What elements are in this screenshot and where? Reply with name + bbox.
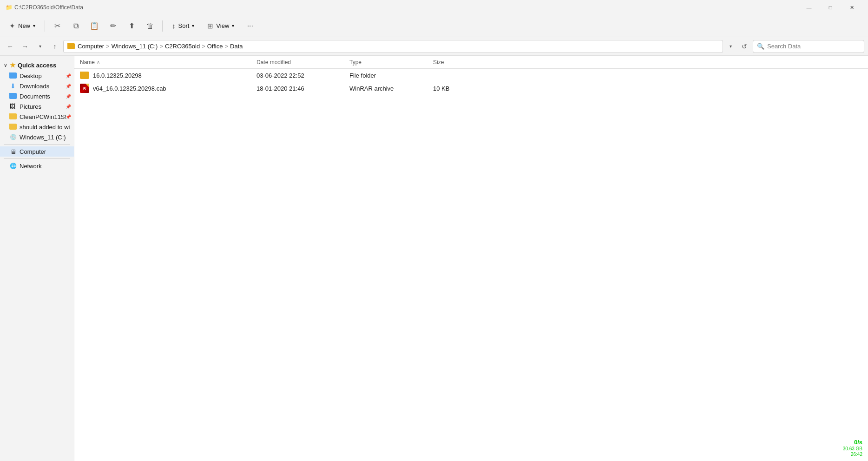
sidebar-divider-1	[4, 144, 70, 145]
sidebar-item-network[interactable]: 🌐 Network	[0, 161, 74, 171]
sidebar-item-computer[interactable]: 🖥 Computer	[0, 146, 74, 157]
network-speed: 0/s	[854, 439, 862, 446]
col-header-size[interactable]: Size	[429, 56, 476, 68]
title-bar-path-text: C:\C2RO365old\Office\Data	[14, 4, 83, 11]
should-added-label: should added to wi	[20, 124, 70, 131]
forward-button[interactable]: →	[19, 40, 32, 53]
paste-button[interactable]: 📋	[86, 18, 103, 34]
sidebar-item-downloads[interactable]: ⬇ Downloads 📌	[0, 81, 74, 91]
cleanpc-label: CleanPCWin11S!	[20, 113, 70, 120]
folder-icon-1	[80, 72, 89, 79]
drive-c-icon: 💿	[9, 133, 17, 141]
breadcrumb-c2ro[interactable]: C2RO365old	[165, 43, 200, 50]
copy-button[interactable]: ⧉	[67, 18, 84, 34]
search-box[interactable]: 🔍	[753, 40, 864, 53]
title-bar-path: 📁 C:\C2RO365old\Office\Data	[6, 4, 83, 11]
file-type-folder: File folder	[346, 72, 429, 79]
sidebar-item-desktop[interactable]: Desktop 📌	[0, 71, 74, 81]
downloads-icon: ⬇	[9, 82, 17, 90]
back-button[interactable]: ←	[4, 40, 17, 53]
documents-label: Documents	[20, 93, 70, 100]
pictures-pin-icon: 📌	[66, 104, 71, 109]
address-dropdown-button[interactable]: ▾	[725, 40, 736, 53]
sidebar-item-cleanpc[interactable]: CleanPCWin11S! 📌	[0, 112, 74, 122]
documents-folder-icon	[9, 92, 17, 100]
maximize-button[interactable]: □	[820, 0, 841, 15]
network-icon: 🌐	[9, 162, 17, 170]
sidebar-item-documents[interactable]: Documents 📌	[0, 91, 74, 101]
sidebar-item-should-added[interactable]: should added to wi	[0, 122, 74, 132]
sort-icon: ↕	[172, 22, 176, 30]
documents-pin-icon: 📌	[66, 94, 71, 99]
sidebar-item-pictures[interactable]: 🖼 Pictures 📌	[0, 101, 74, 112]
new-button[interactable]: ✦ New ▾	[4, 18, 41, 34]
breadcrumb-office[interactable]: Office	[207, 43, 223, 50]
minimize-button[interactable]: —	[798, 0, 820, 15]
main-layout: ∨ ★ Quick access Desktop 📌 ⬇ Downloads 📌…	[0, 56, 868, 461]
network-stat-1: 30.63 GB	[843, 446, 862, 452]
network-label: Network	[20, 163, 70, 170]
quick-access-label: Quick access	[18, 62, 56, 69]
file-name-cab: R v64_16.0.12325.20298.cab	[76, 84, 253, 93]
breadcrumb-windows[interactable]: Windows_11 (C:)	[112, 43, 158, 50]
view-label: View	[216, 22, 229, 29]
sidebar-divider-2	[4, 158, 70, 159]
should-added-folder-icon	[9, 123, 17, 131]
breadcrumb-sep-2: >	[159, 43, 163, 50]
toolbar-separator-2	[162, 20, 163, 32]
title-bar-controls: — □ ✕	[798, 0, 862, 15]
cut-button[interactable]: ✂	[49, 18, 66, 34]
computer-label: Computer	[20, 148, 70, 155]
view-icon: ⊞	[207, 22, 213, 30]
view-button[interactable]: ⊞ View ▾	[202, 18, 240, 34]
col-name-sort-arrow: ∧	[97, 59, 100, 65]
file-row-cab[interactable]: R v64_16.0.12325.20298.cab 18-01-2020 21…	[74, 82, 868, 95]
desktop-label: Desktop	[20, 72, 70, 79]
desktop-folder-icon	[9, 72, 17, 79]
file-list-header: Name ∧ Date modified Type Size	[74, 56, 868, 69]
breadcrumb-data[interactable]: Data	[230, 43, 243, 50]
toolbar-separator-1	[45, 20, 45, 32]
toolbar: ✦ New ▾ ✂ ⧉ 📋 ✏ ⬆ 🗑 ↕ Sort ▾ ⊞ View ▾ ··…	[0, 15, 868, 37]
file-size-cab: 10 KB	[429, 85, 476, 92]
cleanpc-folder-icon	[9, 113, 17, 120]
file-label-folder: 16.0.12325.20298	[93, 72, 142, 79]
sidebar: ∨ ★ Quick access Desktop 📌 ⬇ Downloads 📌…	[0, 56, 74, 461]
breadcrumb-sep-3: >	[202, 43, 205, 50]
share-button[interactable]: ⬆	[123, 18, 140, 34]
col-header-name[interactable]: Name ∧	[76, 56, 253, 68]
breadcrumb-computer[interactable]: Computer	[78, 43, 104, 50]
close-button[interactable]: ✕	[841, 0, 862, 15]
col-type-label: Type	[349, 59, 362, 66]
title-bar: 📁 C:\C2RO365old\Office\Data — □ ✕	[0, 0, 868, 15]
recent-locations-button[interactable]: ▾	[33, 40, 46, 53]
quick-access-header[interactable]: ∨ ★ Quick access	[0, 59, 74, 71]
view-dropdown-arrow: ▾	[232, 23, 234, 28]
breadcrumb-sep-4: >	[224, 43, 228, 50]
more-button[interactable]: ···	[242, 18, 258, 34]
up-button[interactable]: ↑	[48, 40, 61, 53]
address-breadcrumb[interactable]: Computer > Windows_11 (C:) > C2RO365old …	[63, 40, 723, 53]
cleanpc-pin-icon: 📌	[66, 114, 71, 119]
search-input[interactable]	[767, 43, 860, 50]
file-label-cab: v64_16.0.12325.20298.cab	[93, 85, 166, 92]
refresh-button[interactable]: ↺	[738, 40, 751, 53]
rename-button[interactable]: ✏	[105, 18, 121, 34]
network-stat-2: 26:42	[851, 452, 862, 457]
computer-icon: 🖥	[9, 148, 17, 155]
desktop-pin-icon: 📌	[66, 73, 71, 79]
col-name-label: Name	[80, 59, 95, 66]
file-list: Name ∧ Date modified Type Size 16.0.1232…	[74, 56, 868, 461]
delete-button[interactable]: 🗑	[142, 18, 158, 34]
sidebar-item-drive-c[interactable]: 💿 Windows_11 (C:)	[0, 132, 74, 142]
col-header-date[interactable]: Date modified	[253, 56, 346, 68]
file-name-folder: 16.0.12325.20298	[76, 72, 253, 79]
search-icon: 🔍	[757, 43, 764, 50]
new-label: New	[18, 22, 30, 29]
sort-button[interactable]: ↕ Sort ▾	[166, 18, 200, 34]
quick-access-arrow: ∨	[4, 63, 7, 68]
col-header-type[interactable]: Type	[346, 56, 429, 68]
col-date-label: Date modified	[256, 59, 291, 66]
file-row-folder[interactable]: 16.0.12325.20298 03-06-2022 22:52 File f…	[74, 69, 868, 82]
col-size-label: Size	[433, 59, 444, 66]
